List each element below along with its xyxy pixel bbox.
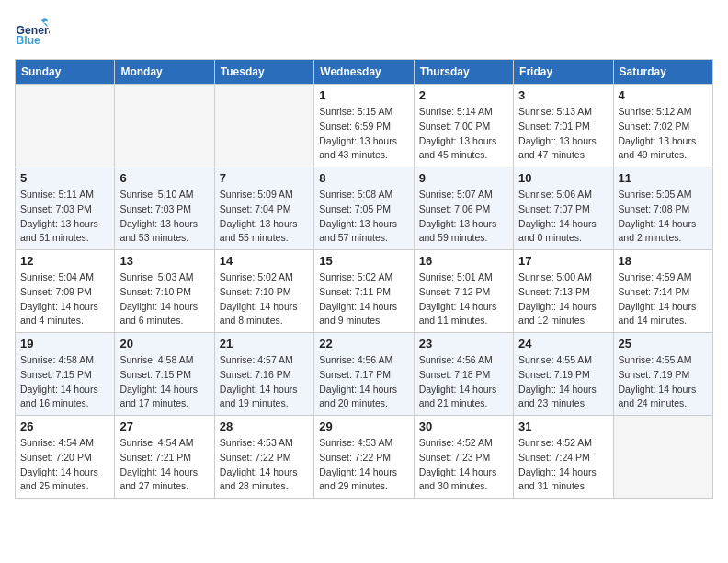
day-info: Sunrise: 4:53 AMSunset: 7:22 PMDaylight:…	[220, 436, 309, 494]
day-info: Sunrise: 5:10 AMSunset: 7:03 PMDaylight:…	[119, 188, 209, 246]
day-info: Sunrise: 4:52 AMSunset: 7:23 PMDaylight:…	[419, 436, 508, 494]
calendar-day-30: 30Sunrise: 4:52 AMSunset: 7:23 PMDayligh…	[414, 416, 513, 499]
day-info: Sunrise: 5:14 AMSunset: 7:00 PMDaylight:…	[419, 105, 508, 163]
day-info: Sunrise: 4:54 AMSunset: 7:20 PMDaylight:…	[20, 436, 109, 494]
day-number: 3	[518, 88, 608, 102]
empty-cell	[214, 85, 313, 167]
day-number: 6	[119, 171, 209, 185]
day-info: Sunrise: 4:59 AMSunset: 7:14 PMDaylight:…	[619, 270, 708, 328]
day-number: 31	[518, 419, 608, 433]
calendar-day-12: 12Sunrise: 5:04 AMSunset: 7:09 PMDayligh…	[16, 250, 115, 333]
day-number: 25	[619, 337, 708, 350]
day-number: 23	[419, 337, 508, 350]
day-info: Sunrise: 5:08 AMSunset: 7:05 PMDaylight:…	[319, 188, 408, 246]
day-number: 24	[518, 337, 608, 350]
day-number: 19	[20, 337, 109, 350]
day-number: 13	[119, 254, 209, 268]
calendar-day-20: 20Sunrise: 4:58 AMSunset: 7:15 PMDayligh…	[115, 333, 214, 416]
svg-text:Blue: Blue	[17, 34, 41, 47]
calendar-day-17: 17Sunrise: 5:00 AMSunset: 7:13 PMDayligh…	[514, 250, 613, 333]
calendar-day-28: 28Sunrise: 4:53 AMSunset: 7:22 PMDayligh…	[214, 416, 313, 499]
day-info: Sunrise: 4:58 AMSunset: 7:15 PMDaylight:…	[20, 353, 109, 411]
empty-cell	[16, 85, 115, 167]
calendar-week-5: 26Sunrise: 4:54 AMSunset: 7:20 PMDayligh…	[16, 416, 713, 499]
day-number: 12	[20, 254, 109, 268]
calendar-day-11: 11Sunrise: 5:05 AMSunset: 7:08 PMDayligh…	[613, 167, 712, 250]
day-number: 2	[419, 88, 508, 102]
day-info: Sunrise: 5:12 AMSunset: 7:02 PMDaylight:…	[619, 105, 708, 163]
day-info: Sunrise: 4:57 AMSunset: 7:16 PMDaylight:…	[220, 353, 309, 411]
calendar-day-14: 14Sunrise: 5:02 AMSunset: 7:10 PMDayligh…	[214, 250, 313, 333]
day-info: Sunrise: 5:13 AMSunset: 7:01 PMDaylight:…	[518, 105, 608, 163]
day-info: Sunrise: 4:52 AMSunset: 7:24 PMDaylight:…	[518, 436, 608, 494]
day-info: Sunrise: 5:02 AMSunset: 7:11 PMDaylight:…	[319, 270, 408, 328]
calendar-day-1: 1Sunrise: 5:15 AMSunset: 6:59 PMDaylight…	[314, 85, 414, 167]
day-info: Sunrise: 5:09 AMSunset: 7:04 PMDaylight:…	[220, 188, 309, 246]
logo-icon: General Blue	[15, 15, 50, 50]
calendar-header-row: SundayMondayTuesdayWednesdayThursdayFrid…	[16, 60, 713, 85]
day-number: 21	[220, 337, 309, 350]
day-number: 26	[20, 419, 109, 433]
day-number: 14	[220, 254, 309, 268]
day-number: 7	[220, 171, 309, 185]
day-info: Sunrise: 5:00 AMSunset: 7:13 PMDaylight:…	[518, 270, 608, 328]
calendar-day-7: 7Sunrise: 5:09 AMSunset: 7:04 PMDaylight…	[214, 167, 313, 250]
calendar-day-8: 8Sunrise: 5:08 AMSunset: 7:05 PMDaylight…	[314, 167, 414, 250]
calendar-day-6: 6Sunrise: 5:10 AMSunset: 7:03 PMDaylight…	[115, 167, 214, 250]
header-tuesday: Tuesday	[214, 60, 313, 85]
calendar-day-27: 27Sunrise: 4:54 AMSunset: 7:21 PMDayligh…	[115, 416, 214, 499]
day-number: 10	[518, 171, 608, 185]
calendar-day-23: 23Sunrise: 4:56 AMSunset: 7:18 PMDayligh…	[414, 333, 513, 416]
day-info: Sunrise: 4:55 AMSunset: 7:19 PMDaylight:…	[619, 353, 708, 411]
day-info: Sunrise: 4:55 AMSunset: 7:19 PMDaylight:…	[518, 353, 608, 411]
header-sunday: Sunday	[16, 60, 115, 85]
calendar-day-24: 24Sunrise: 4:55 AMSunset: 7:19 PMDayligh…	[514, 333, 613, 416]
day-number: 18	[619, 254, 708, 268]
empty-cell	[115, 85, 214, 167]
calendar-day-26: 26Sunrise: 4:54 AMSunset: 7:20 PMDayligh…	[16, 416, 115, 499]
header-saturday: Saturday	[613, 60, 712, 85]
day-info: Sunrise: 5:02 AMSunset: 7:10 PMDaylight:…	[220, 270, 309, 328]
day-number: 27	[119, 419, 209, 433]
page-header: General Blue	[15, 15, 713, 50]
calendar-day-29: 29Sunrise: 4:53 AMSunset: 7:22 PMDayligh…	[314, 416, 414, 499]
calendar-day-3: 3Sunrise: 5:13 AMSunset: 7:01 PMDaylight…	[514, 85, 613, 167]
day-info: Sunrise: 5:06 AMSunset: 7:07 PMDaylight:…	[518, 188, 608, 246]
calendar-day-9: 9Sunrise: 5:07 AMSunset: 7:06 PMDaylight…	[414, 167, 513, 250]
calendar-table: SundayMondayTuesdayWednesdayThursdayFrid…	[15, 59, 713, 499]
day-info: Sunrise: 4:58 AMSunset: 7:15 PMDaylight:…	[119, 353, 209, 411]
logo: General Blue	[15, 15, 50, 50]
calendar-day-4: 4Sunrise: 5:12 AMSunset: 7:02 PMDaylight…	[613, 85, 712, 167]
day-number: 4	[619, 88, 708, 102]
day-info: Sunrise: 5:15 AMSunset: 6:59 PMDaylight:…	[319, 105, 408, 163]
header-thursday: Thursday	[414, 60, 513, 85]
day-info: Sunrise: 5:04 AMSunset: 7:09 PMDaylight:…	[20, 270, 109, 328]
day-number: 11	[619, 171, 708, 185]
calendar-day-25: 25Sunrise: 4:55 AMSunset: 7:19 PMDayligh…	[613, 333, 712, 416]
day-number: 1	[319, 88, 408, 102]
day-number: 16	[419, 254, 508, 268]
calendar-day-22: 22Sunrise: 4:56 AMSunset: 7:17 PMDayligh…	[314, 333, 414, 416]
day-info: Sunrise: 5:01 AMSunset: 7:12 PMDaylight:…	[419, 270, 508, 328]
header-friday: Friday	[514, 60, 613, 85]
day-info: Sunrise: 5:11 AMSunset: 7:03 PMDaylight:…	[20, 188, 109, 246]
calendar-day-21: 21Sunrise: 4:57 AMSunset: 7:16 PMDayligh…	[214, 333, 313, 416]
calendar-day-2: 2Sunrise: 5:14 AMSunset: 7:00 PMDaylight…	[414, 85, 513, 167]
day-number: 17	[518, 254, 608, 268]
day-number: 5	[20, 171, 109, 185]
day-number: 15	[319, 254, 408, 268]
empty-cell	[613, 416, 712, 499]
calendar-day-13: 13Sunrise: 5:03 AMSunset: 7:10 PMDayligh…	[115, 250, 214, 333]
day-info: Sunrise: 4:56 AMSunset: 7:18 PMDaylight:…	[419, 353, 508, 411]
calendar-day-18: 18Sunrise: 4:59 AMSunset: 7:14 PMDayligh…	[613, 250, 712, 333]
calendar-week-4: 19Sunrise: 4:58 AMSunset: 7:15 PMDayligh…	[16, 333, 713, 416]
day-info: Sunrise: 4:56 AMSunset: 7:17 PMDaylight:…	[319, 353, 408, 411]
day-number: 20	[119, 337, 209, 350]
day-number: 9	[419, 171, 508, 185]
calendar-day-31: 31Sunrise: 4:52 AMSunset: 7:24 PMDayligh…	[514, 416, 613, 499]
calendar-week-2: 5Sunrise: 5:11 AMSunset: 7:03 PMDaylight…	[16, 167, 713, 250]
header-wednesday: Wednesday	[314, 60, 414, 85]
calendar-day-10: 10Sunrise: 5:06 AMSunset: 7:07 PMDayligh…	[514, 167, 613, 250]
day-number: 22	[319, 337, 408, 350]
day-number: 8	[319, 171, 408, 185]
